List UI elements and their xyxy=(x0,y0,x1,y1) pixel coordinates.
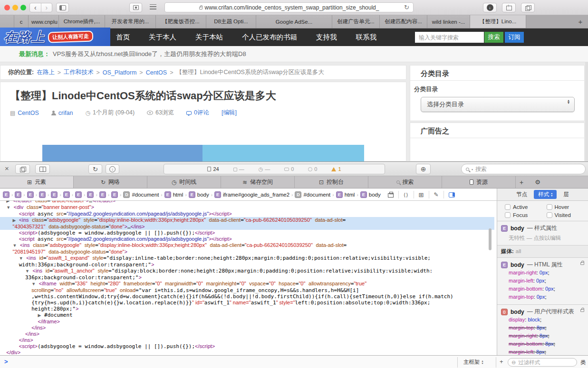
style-rule-header[interactable]: ()body — 用户代理样式表 xyxy=(497,308,588,316)
css-property[interactable]: margin-right: 0px; xyxy=(497,269,588,277)
element-crumb[interactable]: Eiframe#google_ads_frame2 xyxy=(214,191,289,198)
shadow-dom-button[interactable]: ⊞ xyxy=(414,191,429,198)
pseudo-toggle-focus[interactable]: Focus xyxy=(505,212,547,218)
news-text[interactable]: VPS服务器又从fzhost.net换回linode了，主题仍用朋友推荐的大前端… xyxy=(53,50,246,58)
details-sidebar-toggle[interactable] xyxy=(444,191,460,198)
style-rule-header[interactable]: Ebody — 样式属性 xyxy=(497,224,588,232)
forward-button[interactable]: › xyxy=(41,3,52,12)
css-property[interactable]: margin-bottom: 8px; xyxy=(497,340,588,348)
tab-node[interactable]: 节点 xyxy=(516,191,527,198)
download-page-button[interactable]: ↓ xyxy=(106,164,119,174)
close-window-button[interactable] xyxy=(4,5,10,10)
dashboard-item[interactable]: 1 xyxy=(331,166,341,172)
browser-tab[interactable]: www.cnplu xyxy=(29,15,59,28)
code-line[interactable]: ▼ <ins id="aswift_1_expand" style="displ… xyxy=(0,255,494,262)
code-line[interactable]: {try{h=s.upd(h,i)}catch(e){}w.location.r… xyxy=(0,300,494,306)
code-line[interactable]: </div> xyxy=(0,349,494,355)
inspector-tab-search[interactable]: 搜索 xyxy=(368,176,442,188)
browser-tab[interactable] xyxy=(0,15,14,28)
code-line[interactable]: <script async src="//pagead2.googlesyndi… xyxy=(0,236,494,242)
code-line[interactable]: <script async src="//pagead2.googlesyndi… xyxy=(0,211,494,217)
site-nav-link[interactable]: 关于本人 xyxy=(149,33,176,42)
code-line[interactable]: 336px;background-color:transparent;"> xyxy=(0,274,494,281)
category-select[interactable]: 选择分类目录 ▴▾ xyxy=(421,97,575,112)
element-crumb[interactable]: Ehtml xyxy=(336,191,355,198)
css-property[interactable]: margin-left: 8px; xyxy=(497,348,588,355)
element-crumb[interactable]: E xyxy=(3,191,10,198)
browser-tab[interactable]: 【肥魔饭否控... xyxy=(156,15,206,28)
new-rule-button[interactable]: + xyxy=(500,358,503,365)
edit-link[interactable]: [编辑] xyxy=(222,109,237,117)
breadcrumb-link[interactable]: CentOS xyxy=(146,69,167,76)
browser-tab[interactable]: D8主题 Opti... xyxy=(206,15,256,28)
code-line[interactable]: ▼ <ins id="aswift_1_anchor" style="displ… xyxy=(0,268,494,274)
minimize-window-button[interactable] xyxy=(12,5,18,10)
css-property[interactable]: margin-bottom: 0px; xyxy=(497,285,588,293)
css-property[interactable]: margin-right: 8px; xyxy=(497,332,588,340)
inspector-tab-resources[interactable]: 资源 xyxy=(442,176,516,188)
dock-side-button[interactable] xyxy=(35,164,50,174)
checkbox[interactable] xyxy=(547,204,552,210)
checkbox[interactable] xyxy=(505,212,511,218)
dashboard-item[interactable]: — xyxy=(233,166,244,172)
code-line[interactable]: width:336px;background-color:transparent… xyxy=(0,262,494,268)
reload-icon[interactable]: ↻ xyxy=(404,4,409,11)
element-crumb[interactable]: E xyxy=(15,191,21,198)
add-tab-button[interactable]: + xyxy=(520,179,523,186)
dock-to-window-button[interactable] xyxy=(15,164,30,174)
code-line[interactable]: ▼ <div class="banner banner-post"> xyxy=(0,204,494,211)
close-inspector-button[interactable]: × xyxy=(5,164,9,172)
new-tab-button[interactable]: + xyxy=(575,15,586,28)
comments-link[interactable]: 0评论 xyxy=(194,109,209,117)
code-scrollbar-thumb[interactable] xyxy=(489,228,492,250)
css-property[interactable]: margin-top: 8px; xyxy=(497,324,588,332)
code-line[interactable]: <script>(adsbygoogle = window.adsbygoogl… xyxy=(0,230,494,236)
console-prompt-icon[interactable]: > xyxy=(4,358,8,365)
pseudo-toggle-active[interactable]: Active xyxy=(505,204,547,210)
tab-layer[interactable]: 层 xyxy=(563,191,569,198)
site-nav-link[interactable]: 个人已发布的书籍 xyxy=(242,33,297,42)
element-crumb[interactable]: Ebody xyxy=(189,191,209,198)
inspector-tab-network[interactable]: ↻网络 xyxy=(74,176,147,188)
element-crumb[interactable]: Ebody xyxy=(360,191,381,198)
back-button[interactable]: ‹ xyxy=(30,3,41,12)
element-crumb[interactable]: D#document xyxy=(295,191,330,198)
author-link[interactable]: crifan xyxy=(58,110,73,116)
browser-tab[interactable]: Google AdSe... xyxy=(256,15,332,28)
site-search-input[interactable] xyxy=(415,32,484,43)
code-line[interactable]: ▶ <ins class="adsbygoogle" style="displa… xyxy=(0,217,494,224)
code-line[interactable]: </iframe> xyxy=(0,319,494,325)
code-line[interactable]: </ins> xyxy=(0,331,494,337)
element-crumb[interactable]: E xyxy=(63,191,70,198)
rule-empty-note[interactable]: 无特性 — 点按以编辑 xyxy=(497,232,588,242)
page-scrollbar[interactable] xyxy=(585,62,588,161)
element-crumb[interactable]: E xyxy=(27,191,34,198)
inspector-tab-timeline[interactable]: ◷时间线 xyxy=(147,176,221,188)
dashboard-item[interactable]: 0 xyxy=(308,166,317,172)
inspector-tab-console[interactable]: ⊡控制台 xyxy=(295,176,368,188)
browser-tab[interactable]: 创建匹配内容... xyxy=(380,15,427,28)
code-line[interactable]: </ins> xyxy=(0,325,494,331)
browser-tab[interactable]: 开发者常用的... xyxy=(105,15,156,28)
reader-list-icon[interactable] xyxy=(150,4,156,9)
code-line[interactable]: "2081945197" data-adsbygoogle-status="do… xyxy=(0,249,494,255)
inspector-search-field[interactable]: ▾ 搜索 xyxy=(461,164,586,174)
site-search-button[interactable]: 搜索 xyxy=(484,32,503,43)
element-crumb[interactable]: D#document xyxy=(123,191,159,198)
inspector-tab-elements[interactable]: ⊞元素 xyxy=(0,176,74,188)
show-source-button[interactable]: ⟨⟩ xyxy=(399,191,414,198)
code-line[interactable]: scrolling="no" allowfullscreen="true" on… xyxy=(0,287,494,293)
element-crumb[interactable]: Ehtml xyxy=(164,191,183,198)
pseudo-toggle-visited[interactable]: Visited xyxy=(547,212,588,218)
element-crumb[interactable]: E xyxy=(87,191,94,198)
top-sites-button[interactable] xyxy=(129,3,142,12)
code-line[interactable]: ,w=this.contentWindow,d;try{d=w.document… xyxy=(0,293,494,300)
code-line[interactable]: ▶ #document xyxy=(0,312,494,319)
css-property[interactable]: margin-left: 0px; xyxy=(497,277,588,285)
site-nav-link[interactable]: 联系我 xyxy=(356,33,377,42)
browser-tab[interactable]: Chrome插件,... xyxy=(59,15,105,28)
subscribe-button[interactable]: 订阅 xyxy=(505,32,524,43)
breadcrumb-link[interactable]: 在路上 xyxy=(37,68,55,76)
browser-tab[interactable]: 创建广告单元... xyxy=(332,15,380,28)
code-line[interactable]: ▼ <iframe width="336" height="280" frame… xyxy=(0,281,494,287)
